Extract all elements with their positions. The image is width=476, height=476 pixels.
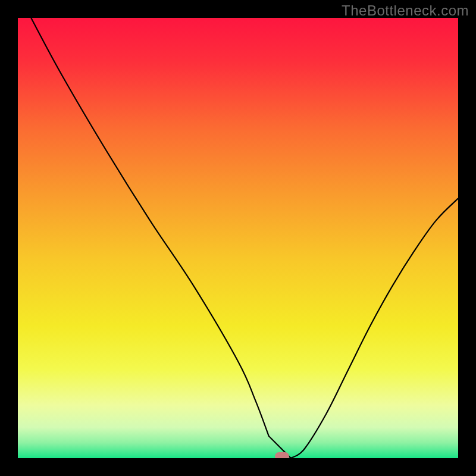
plot-area [18,18,458,458]
watermark-text: TheBottleneck.com [342,2,469,19]
chart-frame: TheBottleneck.com [0,0,476,476]
gradient-rect [18,18,458,458]
plot-svg [18,18,458,458]
optimal-point-marker [275,452,289,458]
